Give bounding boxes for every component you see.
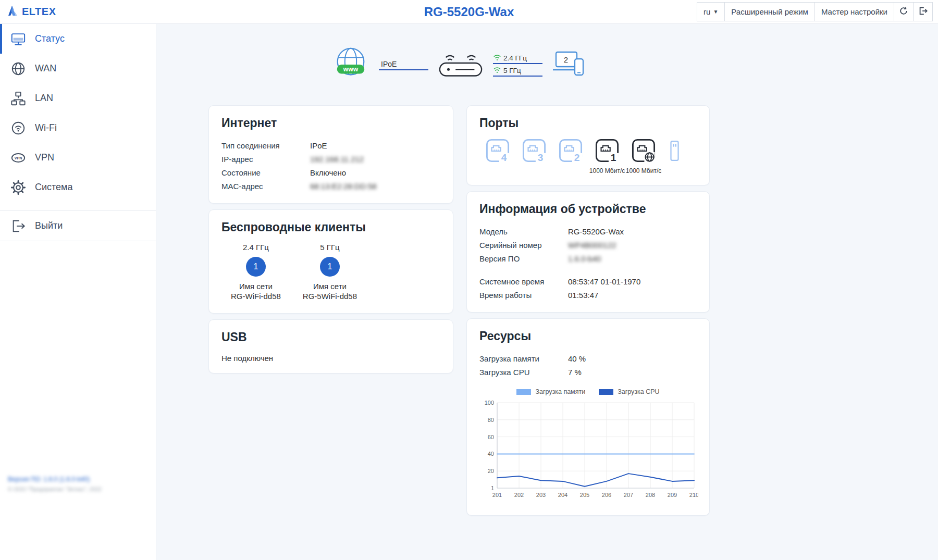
header-controls: ru ▼ Расширенный режим Мастер настройки — [697, 2, 933, 21]
sidebar-logout-label: Выйти — [35, 220, 63, 231]
bands-row: 2.4 ГГц 1 Имя сети RG-WiFi-dd58 5 ГГц 1 … — [231, 243, 440, 301]
left-column: Интернет Тип соединения IPoE IP-адрес 19… — [208, 105, 453, 374]
band-5g-column: 5 ГГц 1 Имя сети RG-5WiFi-dd58 — [303, 243, 357, 301]
resources-card: Ресурсы Загрузка памяти 40 % Загрузка CP… — [466, 318, 710, 516]
info-label: Время работы — [479, 291, 568, 300]
port-speed: 1000 Мбит/с — [589, 167, 625, 175]
logout-button[interactable] — [913, 2, 933, 21]
www-label: www — [343, 66, 359, 73]
network-name-2g: RG-WiFi-dd58 — [231, 292, 281, 301]
info-label: Модель — [479, 227, 568, 236]
sidebar-item-label: LAN — [35, 93, 53, 104]
port-speed: 1000 Мбит/с — [626, 167, 661, 175]
info-label: Серийный номер — [479, 241, 568, 250]
lan-port-1[interactable]: 1 1000 Мбит/с — [589, 139, 625, 175]
info-label: Загрузка CPU — [479, 368, 568, 377]
sidebar-item-status[interactable]: Статус — [0, 24, 156, 54]
router-icon — [438, 48, 484, 82]
device-info-title: Информация об устройстве — [479, 202, 697, 216]
info-value: 08:53:47 01-01-1970 — [568, 277, 697, 286]
right-column: Порты 4 — [466, 105, 710, 516]
language-selector[interactable]: ru ▼ — [697, 2, 725, 21]
lan-port-3[interactable]: 3 — [516, 139, 552, 165]
svg-text:203: 203 — [536, 492, 546, 498]
info-row-ip-address: IP-адрес 192.168.11.212 — [221, 152, 440, 166]
usb-status: Не подключен — [221, 354, 440, 363]
ethernet-port-icon: 3 — [522, 139, 546, 165]
wifi-2g-line — [493, 63, 542, 64]
wifi-2g-label: 2.4 ГГц — [503, 54, 527, 62]
sidebar-item-system[interactable]: Система — [0, 172, 156, 202]
ports-row: 4 3 — [479, 139, 697, 175]
band-label: 5 ГГц — [303, 243, 357, 252]
wifi-5g-label: 5 ГГц — [503, 67, 521, 74]
info-value: 7 % — [568, 368, 697, 377]
info-row-system-time: Системное время 08:53:47 01-01-1970 — [479, 275, 697, 288]
band-2g-column: 2.4 ГГц 1 Имя сети RG-WiFi-dd58 — [231, 243, 281, 301]
cpu-legend-swatch — [599, 389, 613, 395]
svg-text:20: 20 — [488, 468, 494, 474]
ethernet-port-icon: 4 — [486, 139, 510, 165]
sidebar-item-label: Система — [35, 182, 73, 193]
cards-grid: Интернет Тип соединения IPoE IP-адрес 19… — [208, 105, 938, 516]
device-info-card: Информация об устройстве Модель RG-5520G… — [466, 191, 710, 313]
svg-text:VPN: VPN — [15, 156, 22, 159]
wan-port[interactable]: 1000 Мбит/с — [625, 139, 662, 175]
info-row-model: Модель RG-5520G-Wax — [479, 225, 697, 238]
lan-port-4[interactable]: 4 — [479, 139, 516, 165]
main-content: www IPoE — [156, 24, 938, 560]
sidebar-item-label: WAN — [35, 63, 56, 74]
firmware-version-link[interactable]: Версия ПО: 1.6.0 (1.6.0-b40) — [8, 476, 102, 483]
info-value: Включено — [310, 168, 440, 177]
info-value: 1.6.0-b40 — [568, 254, 697, 263]
chart-legend: Загрузка памяти Загрузка CPU — [479, 388, 697, 395]
info-row-connection-type: Тип соединения IPoE — [221, 139, 440, 152]
svg-text:100: 100 — [485, 400, 494, 406]
legend-label: Загрузка памяти — [535, 388, 585, 395]
eltex-logo[interactable]: ELTEX — [7, 5, 56, 19]
network-name-5g: RG-5WiFi-dd58 — [303, 292, 357, 301]
clients-count-badge-2g[interactable]: 1 — [246, 257, 266, 277]
usb-card: USB Не подключен — [208, 319, 453, 374]
info-label: IP-адрес — [221, 155, 310, 164]
network-name-label: Имя сети — [231, 282, 281, 291]
info-row-cpu: Загрузка CPU 7 % — [479, 365, 697, 379]
clients-count-badge-5g[interactable]: 1 — [320, 257, 340, 277]
logout-icon — [918, 6, 928, 17]
svg-text:204: 204 — [558, 492, 567, 498]
info-value: 68:13:E2:28:DD:58 — [310, 182, 440, 191]
internet-card: Интернет Тип соединения IPoE IP-адрес 19… — [208, 105, 453, 204]
info-label: Состояние — [221, 168, 310, 177]
eltex-logo-icon — [7, 5, 20, 19]
setup-wizard-button[interactable]: Мастер настройки — [814, 2, 894, 21]
copyright-text: © ООО "Предприятие "Элтекс", 2022 — [8, 486, 102, 492]
internet-card-title: Интернет — [221, 116, 440, 130]
port-number: 4 — [501, 152, 507, 163]
svg-text:208: 208 — [646, 492, 655, 498]
wifi-5g-line — [493, 76, 542, 77]
legend-item-cpu: Загрузка CPU — [599, 388, 659, 395]
sidebar-logout[interactable]: Выйти — [0, 211, 156, 241]
sidebar-item-wifi[interactable]: Wi-Fi — [0, 113, 156, 143]
info-label: MAC-адрес — [221, 182, 310, 191]
advanced-mode-button[interactable]: Расширенный режим — [724, 2, 815, 21]
sidebar: Статус WAN LAN — [0, 24, 156, 560]
legend-item-memory: Загрузка памяти — [516, 388, 585, 395]
refresh-icon — [899, 6, 908, 17]
eltex-logo-text: ELTEX — [22, 6, 56, 18]
sidebar-item-wan[interactable]: WAN — [0, 54, 156, 83]
refresh-button[interactable] — [894, 2, 914, 21]
sidebar-item-vpn[interactable]: VPN VPN — [0, 143, 156, 172]
sidebar-item-lan[interactable]: LAN — [0, 83, 156, 113]
lan-port-2[interactable]: 2 — [552, 139, 589, 165]
sidebar-item-label: VPN — [35, 152, 54, 163]
wifi-2g-icon — [493, 54, 501, 63]
wifi-icon — [10, 120, 27, 136]
wan-port-icon — [632, 139, 656, 165]
wifi-link-5g: 5 ГГц — [493, 67, 542, 77]
info-value: 40 % — [568, 354, 697, 363]
language-current: ru — [704, 7, 710, 16]
usb-card-title: USB — [221, 330, 440, 344]
usb-port[interactable] — [662, 139, 687, 165]
sidebar-item-label: Статус — [35, 33, 65, 44]
